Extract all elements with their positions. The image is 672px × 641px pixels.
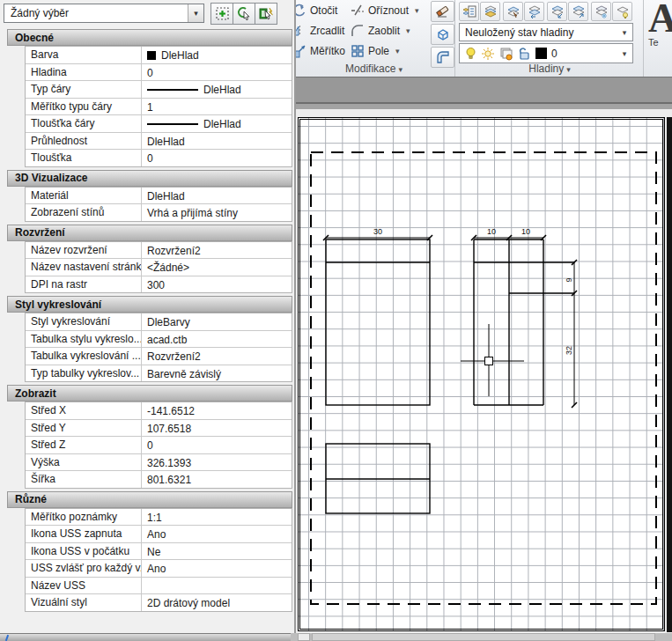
property-row: Tabulka vykreslování ...Rozvržení2 [26,347,292,365]
section-header[interactable]: Zobrazit [7,385,292,402]
section: Styl vykreslováníStyl vykreslováníDleBar… [0,296,292,382]
layer-unisolate-button[interactable] [568,2,588,21]
property-label: Barva [26,47,142,63]
property-value[interactable] [142,578,292,594]
property-row: Název nastavení stránky<Žádné> [26,258,292,276]
property-value[interactable]: DleHlad [142,81,292,98]
layer-previous-button[interactable] [524,2,544,21]
trim-button[interactable]: Oříznout [351,2,419,19]
ribbon-panel-text: A Te [644,0,672,77]
property-row: Název rozvrženíRozvržení2 [26,241,292,259]
scrollbar-thumb[interactable] [312,633,655,641]
palette-header: Žádný výběr [0,0,294,28]
property-value[interactable]: 1 [142,99,292,115]
paper-sheet[interactable]: 30 10 10 [298,117,665,631]
layer-isolate-button[interactable] [547,2,567,21]
modify-panel-footer[interactable]: Modifikace [292,63,455,75]
dim-text-10a: 10 [487,227,496,236]
array-label: Pole [368,45,389,57]
layer-combo[interactable]: 0 [459,43,633,63]
layer-make-current-button[interactable] [503,2,523,21]
property-label: Název rozvržení [26,242,142,259]
property-value[interactable]: 0 [142,64,292,81]
layer-state-combo[interactable]: Neuložený stav hladiny [459,23,633,41]
property-value[interactable]: Vrhá a přijímá stíny [142,204,292,221]
layout-canvas[interactable]: 30 10 10 [291,109,672,633]
section-header[interactable]: Různé [7,491,292,508]
property-value[interactable]: DleBarvy [142,313,292,330]
property-value[interactable]: <Žádné> [142,259,292,276]
array-button[interactable]: Pole [351,42,400,60]
layer-previous-icon [528,4,542,18]
section-header[interactable]: Styl vykreslování [7,296,292,313]
property-value-text: Ano [147,528,166,541]
dim-text-10b: 10 [521,227,530,236]
property-value[interactable]: DleHlad [142,188,292,204]
property-value[interactable]: 107.6518 [142,420,292,437]
section-header[interactable]: 3D Vizualizace [7,170,292,187]
section-header[interactable]: Rozvržení [7,225,292,241]
layer-match-button[interactable] [480,2,500,21]
layer-off-icon [616,4,630,18]
property-row: Střed X-141.6512 [26,402,292,419]
rotate-button[interactable]: Otočit [292,2,337,19]
object-bottom-rectangle[interactable] [326,444,430,513]
layer-isolate-icon [550,4,565,18]
property-value[interactable]: Rozvržení2 [142,348,292,365]
property-value[interactable]: 300 [142,276,292,293]
erase-button[interactable] [431,1,454,22]
layer-off-button[interactable] [612,2,632,21]
mirror-button[interactable]: Zrcadlit [292,22,344,40]
property-value-text: Rozvržení2 [147,350,201,363]
property-value[interactable]: 1:1 [142,509,292,526]
properties-palette: Žádný výběr [0,0,296,633]
property-value[interactable]: Ne [142,543,292,560]
crosshair-cursor [461,324,524,396]
layer-thaw-sun-icon [481,47,495,61]
property-value[interactable]: -141.6512 [142,402,292,419]
erase-icon [435,4,451,19]
property-label: Ikona USS zapnuta [26,526,142,542]
property-value[interactable]: Rozvržení2 [142,242,292,259]
chevron-down-icon [618,49,631,58]
property-value[interactable]: Ano [142,560,292,577]
selection-combo[interactable]: Žádný výběr [4,4,204,23]
layers-panel-footer[interactable]: Hladiny [456,63,643,75]
section-header[interactable]: Obecné [7,29,292,46]
layer-unisolate-icon [572,4,586,18]
property-value[interactable]: acad.ctb [142,331,292,348]
object-left-rectangle[interactable] [326,239,430,405]
property-value[interactable]: Ano [142,526,292,542]
property-label: Střed Y [26,420,142,437]
layer-freeze-icon [594,4,609,18]
property-value-text: Vrhá a přijímá stíny [147,207,238,219]
mirror-label: Zrcadlit [310,25,344,37]
scrollbar-left-button[interactable] [298,633,310,641]
scale-button[interactable]: Měřítko [292,42,345,60]
explode-button[interactable] [431,24,454,45]
layer-freeze-button[interactable] [591,2,611,21]
mtext-big-a-icon[interactable]: A [648,0,672,37]
property-value[interactable]: DleHlad [142,47,292,63]
horizontal-scrollbar[interactable] [291,633,672,641]
property-value[interactable]: 2D drátový model [142,594,292,611]
property-value[interactable]: 0 [142,437,292,453]
trim-label: Oříznout [368,4,409,17]
section: RůznéMěřítko poznámky1:1Ikona USS zapnut… [0,491,292,612]
pickadd-toggle-button[interactable] [210,3,233,25]
property-value[interactable]: DleHlad [142,133,292,150]
property-value[interactable]: 801.6321 [142,471,292,488]
quick-select-button[interactable] [255,3,277,25]
section-rows: BarvaDleHladHladina0Typ čáryDleHladMěřít… [25,46,292,167]
select-objects-button[interactable] [233,3,255,25]
ribbon: Otočit Oříznout Zrcadlit [291,0,672,77]
property-value[interactable]: 326.1393 [142,454,292,471]
property-value[interactable]: DleHlad [142,115,292,132]
property-label: Typ tabulky vykreslov... [26,365,142,382]
property-row: Tloušťka čáryDleHlad [26,114,292,132]
property-value[interactable]: Barevně závislý [142,365,292,382]
fillet-button[interactable]: Zaoblit [351,22,410,40]
property-value[interactable]: 0 [142,150,292,166]
layer-properties-button[interactable] [459,2,479,21]
property-row: Hladina0 [26,63,292,81]
